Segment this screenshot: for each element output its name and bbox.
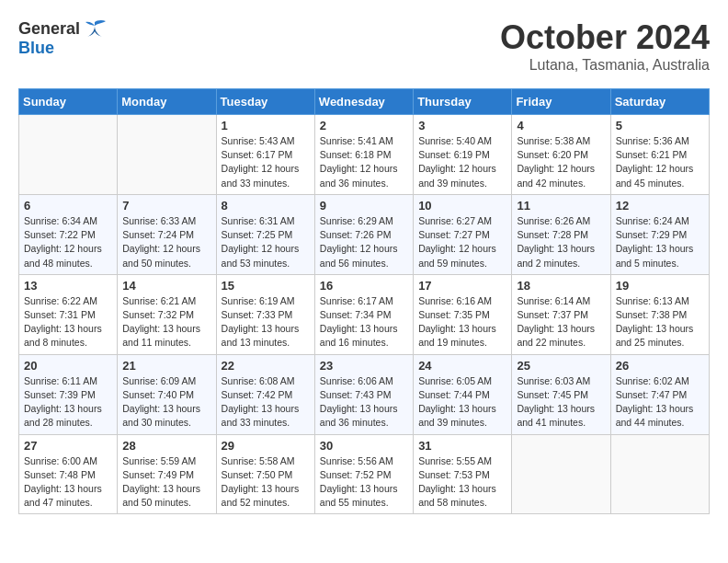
calendar-cell: 9Sunrise: 6:29 AM Sunset: 7:26 PM Daylig… xyxy=(314,194,413,274)
day-info: Sunrise: 5:55 AM Sunset: 7:53 PM Dayligh… xyxy=(418,454,506,511)
day-info: Sunrise: 6:31 AM Sunset: 7:25 PM Dayligh… xyxy=(222,214,310,270)
day-number: 7 xyxy=(122,199,210,213)
day-number: 19 xyxy=(616,279,704,293)
day-info: Sunrise: 6:09 AM Sunset: 7:40 PM Dayligh… xyxy=(122,374,210,431)
day-number: 21 xyxy=(122,359,210,373)
day-info: Sunrise: 6:17 AM Sunset: 7:34 PM Dayligh… xyxy=(320,294,408,350)
calendar-cell: 12Sunrise: 6:24 AM Sunset: 7:29 PM Dayli… xyxy=(610,194,709,274)
calendar-cell: 1Sunrise: 5:43 AM Sunset: 6:17 PM Daylig… xyxy=(216,115,314,195)
day-number: 13 xyxy=(24,279,112,293)
location: Lutana, Tasmania, Australia xyxy=(500,57,710,74)
day-info: Sunrise: 6:33 AM Sunset: 7:24 PM Dayligh… xyxy=(122,214,210,270)
day-number: 18 xyxy=(517,279,605,293)
day-number: 12 xyxy=(616,199,704,213)
day-number: 27 xyxy=(24,439,112,453)
calendar-cell: 3Sunrise: 5:40 AM Sunset: 6:19 PM Daylig… xyxy=(414,115,512,195)
day-info: Sunrise: 6:24 AM Sunset: 7:29 PM Dayligh… xyxy=(616,214,704,270)
day-info: Sunrise: 5:36 AM Sunset: 6:21 PM Dayligh… xyxy=(616,134,704,190)
day-info: Sunrise: 6:26 AM Sunset: 7:28 PM Dayligh… xyxy=(517,214,605,270)
calendar-cell: 31Sunrise: 5:55 AM Sunset: 7:53 PM Dayli… xyxy=(414,434,512,514)
calendar-cell: 6Sunrise: 6:34 AM Sunset: 7:22 PM Daylig… xyxy=(19,194,118,274)
calendar-cell: 4Sunrise: 5:38 AM Sunset: 6:20 PM Daylig… xyxy=(512,115,610,195)
day-info: Sunrise: 6:14 AM Sunset: 7:37 PM Dayligh… xyxy=(517,294,605,350)
day-number: 23 xyxy=(320,359,408,373)
day-number: 22 xyxy=(222,359,310,373)
calendar-cell: 17Sunrise: 6:16 AM Sunset: 7:35 PM Dayli… xyxy=(414,274,512,354)
day-number: 30 xyxy=(320,439,408,453)
calendar-cell: 8Sunrise: 6:31 AM Sunset: 7:25 PM Daylig… xyxy=(216,194,314,274)
day-info: Sunrise: 6:21 AM Sunset: 7:32 PM Dayligh… xyxy=(122,294,210,350)
day-number: 8 xyxy=(222,199,310,213)
day-info: Sunrise: 6:02 AM Sunset: 7:47 PM Dayligh… xyxy=(616,374,704,431)
day-number: 20 xyxy=(24,359,112,373)
day-info: Sunrise: 6:13 AM Sunset: 7:38 PM Dayligh… xyxy=(616,294,704,350)
weekday-header: Monday xyxy=(118,89,216,115)
day-number: 29 xyxy=(222,439,310,453)
day-number: 24 xyxy=(418,359,506,373)
day-number: 15 xyxy=(222,279,310,293)
calendar-cell: 10Sunrise: 6:27 AM Sunset: 7:27 PM Dayli… xyxy=(414,194,512,274)
page-header: General Blue October 2024 Lutana, Tasman… xyxy=(18,18,710,74)
day-info: Sunrise: 6:22 AM Sunset: 7:31 PM Dayligh… xyxy=(24,294,112,350)
calendar-cell: 26Sunrise: 6:02 AM Sunset: 7:47 PM Dayli… xyxy=(610,354,709,434)
day-info: Sunrise: 6:03 AM Sunset: 7:45 PM Dayligh… xyxy=(517,374,605,431)
day-info: Sunrise: 6:11 AM Sunset: 7:39 PM Dayligh… xyxy=(24,374,112,431)
day-info: Sunrise: 5:41 AM Sunset: 6:18 PM Dayligh… xyxy=(320,134,408,190)
weekday-header: Tuesday xyxy=(216,89,314,115)
calendar-cell: 24Sunrise: 6:05 AM Sunset: 7:44 PM Dayli… xyxy=(414,354,512,434)
day-info: Sunrise: 6:19 AM Sunset: 7:33 PM Dayligh… xyxy=(222,294,310,350)
calendar-cell: 5Sunrise: 5:36 AM Sunset: 6:21 PM Daylig… xyxy=(610,115,709,195)
calendar-cell xyxy=(610,434,709,514)
day-number: 6 xyxy=(24,199,112,213)
calendar-cell: 16Sunrise: 6:17 AM Sunset: 7:34 PM Dayli… xyxy=(314,274,413,354)
day-info: Sunrise: 6:27 AM Sunset: 7:27 PM Dayligh… xyxy=(418,214,506,270)
calendar-cell: 25Sunrise: 6:03 AM Sunset: 7:45 PM Dayli… xyxy=(512,354,610,434)
day-number: 31 xyxy=(418,439,506,453)
weekday-header: Friday xyxy=(512,89,610,115)
day-info: Sunrise: 5:58 AM Sunset: 7:50 PM Dayligh… xyxy=(222,454,310,511)
day-number: 26 xyxy=(616,359,704,373)
day-info: Sunrise: 6:16 AM Sunset: 7:35 PM Dayligh… xyxy=(418,294,506,350)
day-number: 28 xyxy=(122,439,210,453)
day-number: 1 xyxy=(222,119,310,132)
day-number: 14 xyxy=(122,279,210,293)
day-info: Sunrise: 6:29 AM Sunset: 7:26 PM Dayligh… xyxy=(320,214,408,270)
calendar-cell: 20Sunrise: 6:11 AM Sunset: 7:39 PM Dayli… xyxy=(19,354,118,434)
title-section: October 2024 Lutana, Tasmania, Australia xyxy=(500,18,710,74)
weekday-header: Thursday xyxy=(414,89,512,115)
day-number: 5 xyxy=(616,119,704,132)
calendar-cell xyxy=(118,115,216,195)
weekday-header: Sunday xyxy=(19,89,118,115)
day-info: Sunrise: 5:56 AM Sunset: 7:52 PM Dayligh… xyxy=(320,454,408,511)
day-number: 2 xyxy=(320,119,408,132)
day-number: 3 xyxy=(418,119,506,132)
day-number: 10 xyxy=(418,199,506,213)
day-info: Sunrise: 5:38 AM Sunset: 6:20 PM Dayligh… xyxy=(517,134,605,190)
calendar-cell: 15Sunrise: 6:19 AM Sunset: 7:33 PM Dayli… xyxy=(216,274,314,354)
calendar-week-row: 20Sunrise: 6:11 AM Sunset: 7:39 PM Dayli… xyxy=(19,354,710,434)
calendar-cell: 7Sunrise: 6:33 AM Sunset: 7:24 PM Daylig… xyxy=(118,194,216,274)
weekday-header: Saturday xyxy=(610,89,709,115)
calendar-cell: 14Sunrise: 6:21 AM Sunset: 7:32 PM Dayli… xyxy=(118,274,216,354)
day-number: 25 xyxy=(517,359,605,373)
day-number: 11 xyxy=(517,199,605,213)
day-info: Sunrise: 5:59 AM Sunset: 7:49 PM Dayligh… xyxy=(122,454,210,511)
calendar-cell: 13Sunrise: 6:22 AM Sunset: 7:31 PM Dayli… xyxy=(19,274,118,354)
calendar-week-row: 1Sunrise: 5:43 AM Sunset: 6:17 PM Daylig… xyxy=(19,115,710,195)
day-number: 16 xyxy=(320,279,408,293)
day-number: 4 xyxy=(517,119,605,132)
calendar-body: 1Sunrise: 5:43 AM Sunset: 6:17 PM Daylig… xyxy=(19,115,710,514)
weekday-header-row: SundayMondayTuesdayWednesdayThursdayFrid… xyxy=(19,89,710,115)
day-info: Sunrise: 6:08 AM Sunset: 7:42 PM Dayligh… xyxy=(222,374,310,431)
day-info: Sunrise: 6:05 AM Sunset: 7:44 PM Dayligh… xyxy=(418,374,506,431)
calendar-week-row: 13Sunrise: 6:22 AM Sunset: 7:31 PM Dayli… xyxy=(19,274,710,354)
logo-bird-icon xyxy=(82,18,108,39)
day-info: Sunrise: 5:43 AM Sunset: 6:17 PM Dayligh… xyxy=(222,134,310,190)
calendar-cell: 28Sunrise: 5:59 AM Sunset: 7:49 PM Dayli… xyxy=(118,434,216,514)
logo-general-text: General xyxy=(18,19,80,39)
day-info: Sunrise: 6:34 AM Sunset: 7:22 PM Dayligh… xyxy=(24,214,112,270)
calendar-cell: 27Sunrise: 6:00 AM Sunset: 7:48 PM Dayli… xyxy=(19,434,118,514)
calendar-cell: 11Sunrise: 6:26 AM Sunset: 7:28 PM Dayli… xyxy=(512,194,610,274)
weekday-header: Wednesday xyxy=(314,89,413,115)
calendar-cell: 18Sunrise: 6:14 AM Sunset: 7:37 PM Dayli… xyxy=(512,274,610,354)
